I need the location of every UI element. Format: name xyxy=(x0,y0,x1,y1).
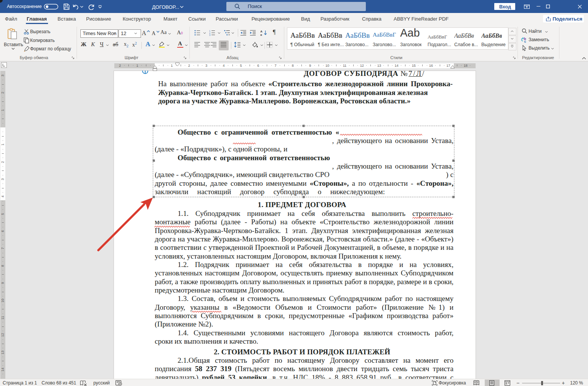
svg-text:c: c xyxy=(524,40,526,43)
svg-text:я: я xyxy=(260,33,262,36)
svg-text:А: А xyxy=(260,30,263,33)
svg-text:3: 3 xyxy=(209,34,210,36)
